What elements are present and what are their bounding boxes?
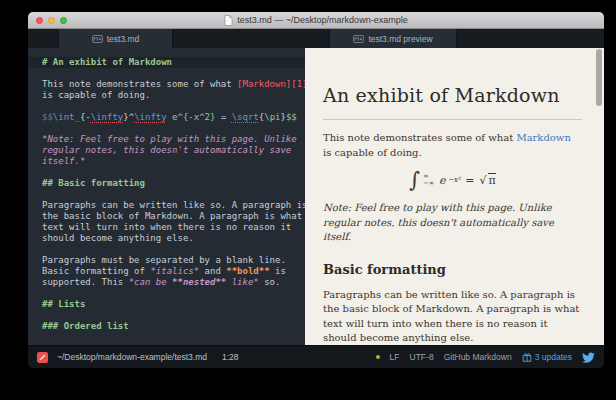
updates-label: 3 updates (535, 352, 572, 362)
code-token: \pi (264, 112, 280, 122)
editor-line[interactable] (28, 68, 305, 79)
code-token: \infty (91, 112, 124, 122)
code-token: so. (259, 277, 281, 287)
status-cursor-position[interactable]: 1:28 (222, 352, 239, 362)
code-token: $$ (42, 112, 53, 122)
status-line-ending[interactable]: LF (390, 352, 400, 362)
editor-line[interactable] (28, 101, 305, 112)
editor-line[interactable]: the basic block of Markdown. A paragraph… (28, 211, 305, 222)
editor-line[interactable]: Basic formatting of *italics* and **bold… (28, 266, 305, 277)
document-icon (224, 15, 233, 26)
code-token: should become anything else. (42, 233, 194, 243)
paragraph-text: is capable of doing. (323, 147, 422, 158)
code-token: supported. This (42, 277, 129, 287)
zoom-button[interactable] (60, 17, 67, 24)
editor-line[interactable]: itself.* (28, 156, 305, 167)
code-token: *Note: Feel free to play with this page.… (42, 134, 297, 144)
editor-line[interactable]: should become anything else. (28, 233, 305, 244)
markdown-file-icon (353, 35, 364, 43)
scrollbar-thumb[interactable] (596, 49, 602, 106)
editor-line[interactable]: ## Lists (28, 299, 305, 310)
editor-line[interactable]: $$\int_{-\infty}^\infty e^{-x^2} = \sqrt… (28, 112, 305, 123)
paragraph-text: This note demonstrates some of what (323, 132, 516, 143)
editor-line[interactable]: regular notes, this doesn't automaticall… (28, 145, 305, 156)
editor-line[interactable]: Paragraphs must be separated by a blank … (28, 255, 305, 266)
code-token: is (270, 266, 286, 276)
close-button[interactable] (36, 17, 43, 24)
editor-line[interactable]: *Note: Feel free to play with this page.… (28, 134, 305, 145)
editor-line[interactable] (28, 167, 305, 178)
status-grammar[interactable]: GitHub Markdown (444, 352, 512, 362)
code-token: This note demonstrates some of what (42, 79, 237, 89)
status-encoding[interactable]: UTF-8 (410, 352, 434, 362)
preview-paragraph: Paragraphs can be written like so. A par… (323, 288, 582, 346)
status-file-path[interactable]: ~/Desktop/markdown-example/test3.md (57, 352, 207, 362)
integral-limits: ∞ −∞ (423, 173, 434, 187)
editor-line[interactable]: ### Ordered list (28, 321, 305, 332)
code-token: # An exhibit of Markdown (42, 57, 172, 67)
editor-line[interactable] (28, 244, 305, 255)
code-token: Paragraphs must be separated by a blank … (42, 255, 286, 265)
code-token: the basic block of Markdown. A paragraph… (42, 211, 302, 221)
formula-exponent: −x² (448, 176, 461, 184)
window-title: test3.md — ~/Desktop/markdown-example (237, 15, 407, 25)
code-token: ## Basic formatting (42, 178, 145, 188)
editor-pane[interactable]: # An exhibit of Markdown This note demon… (28, 48, 305, 345)
editor-line[interactable]: ## Basic formatting (28, 178, 305, 189)
tab-test3-md-preview[interactable]: test3.md preview (329, 29, 457, 48)
editor-line[interactable]: text will turn into when there is no rea… (28, 222, 305, 233)
status-dot-icon (376, 355, 380, 359)
code-token: **nested** (172, 277, 226, 287)
minimize-button[interactable] (48, 17, 55, 24)
equals-sign: = (465, 174, 474, 187)
integral-sign: ∫ (409, 170, 420, 190)
code-token: text will turn into when there is no rea… (42, 222, 291, 232)
desktop-background: test3.md — ~/Desktop/markdown-example te… (0, 0, 616, 400)
editor-line[interactable]: Paragraphs can be written like so. A par… (28, 200, 305, 211)
radical-sign: √ (479, 174, 486, 187)
editor-line[interactable]: is capable of doing. (28, 90, 305, 101)
code-token: and (199, 266, 226, 276)
tab-pane-editor: test3.md (28, 29, 305, 48)
code-token: e^{-x^2} (167, 112, 216, 122)
code-token: Paragraphs can be written like so. A par… (42, 200, 305, 210)
math-formula: ∫ ∞ −∞ e −x² = √ π (323, 170, 582, 190)
tab-pane-preview: test3.md preview (305, 29, 604, 48)
markdown-link[interactable]: Markdown (516, 132, 570, 143)
editor-line[interactable]: This note demonstrates some of what [Mar… (28, 79, 305, 90)
code-token: {- (80, 112, 91, 122)
code-token: [Markdown][1] (237, 79, 305, 89)
code-token: Basic formatting of (42, 266, 150, 276)
preview-paragraph: This note demonstrates some of what Mark… (323, 131, 582, 160)
editor-line[interactable] (28, 189, 305, 200)
gift-icon (522, 352, 532, 362)
code-token: **bold** (226, 266, 269, 276)
code-token: itself.* (42, 156, 85, 166)
preview-h2: Basic formatting (323, 262, 582, 277)
pencil-file-icon[interactable] (37, 352, 48, 363)
editor-line[interactable] (28, 288, 305, 299)
code-token: *can be (129, 277, 172, 287)
tab-label: test3.md preview (368, 34, 432, 44)
code-token: }^ (123, 112, 134, 122)
editor-line[interactable] (28, 310, 305, 321)
traffic-lights (36, 17, 67, 24)
editor-line[interactable]: supported. This *can be **nested** like*… (28, 277, 305, 288)
code-token: is capable of doing. (42, 90, 150, 100)
editor-window: test3.md — ~/Desktop/markdown-example te… (28, 12, 604, 368)
code-token: \infty (134, 112, 167, 122)
editor-line[interactable]: # An exhibit of Markdown (28, 57, 305, 68)
twitter-icon[interactable] (582, 352, 595, 363)
preview-pane: An exhibit of Markdown This note demonst… (305, 48, 604, 345)
preview-scrollbar[interactable] (596, 49, 602, 344)
status-bar: ~/Desktop/markdown-example/test3.md 1:28… (28, 345, 604, 368)
editor-line[interactable] (28, 123, 305, 134)
radicand: π (488, 173, 495, 187)
code-token: like* (226, 277, 259, 287)
tab-label: test3.md (107, 34, 140, 44)
status-updates[interactable]: 3 updates (522, 352, 572, 362)
tab-test3-md[interactable]: test3.md (58, 29, 173, 48)
code-token: $$ (286, 112, 297, 122)
code-token: \int_ (53, 112, 80, 122)
window-titlebar[interactable]: test3.md — ~/Desktop/markdown-example (28, 12, 604, 29)
